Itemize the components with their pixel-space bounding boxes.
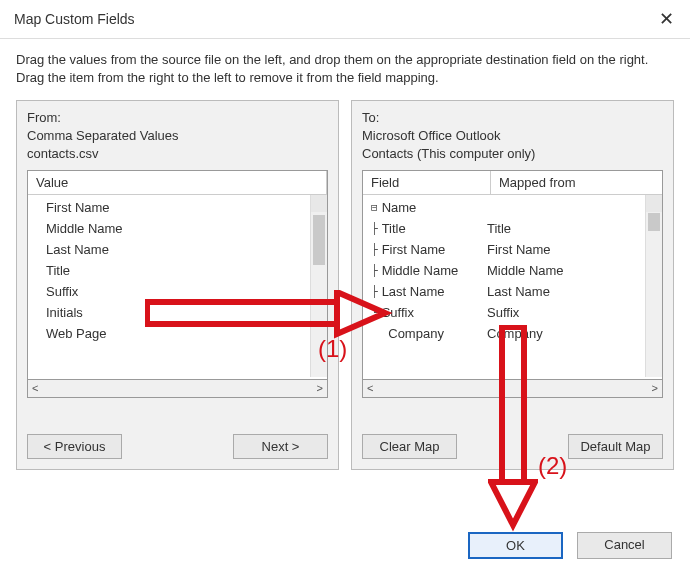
to-horizontal-scrollbar[interactable]: < >: [362, 380, 663, 398]
tree-branch-icon: [371, 327, 384, 340]
to-list[interactable]: Field Mapped from ⊟Name ├Title Title ├Fi…: [362, 170, 663, 380]
to-header: To: Microsoft Office Outlook Contacts (T…: [362, 109, 663, 164]
to-target-folder: Contacts (This computer only): [362, 145, 663, 163]
cancel-button[interactable]: Cancel: [577, 532, 672, 559]
clear-map-button[interactable]: Clear Map: [362, 434, 457, 459]
list-item[interactable]: Middle Name: [28, 218, 327, 239]
list-item[interactable]: First Name: [28, 197, 327, 218]
from-list-body[interactable]: First Name Middle Name Last Name Title S…: [28, 195, 327, 377]
tree-item[interactable]: ├Title Title: [363, 218, 662, 239]
tree-branch-icon: ├: [371, 264, 378, 277]
from-panel: From: Comma Separated Values contacts.cs…: [16, 100, 339, 470]
to-panel: To: Microsoft Office Outlook Contacts (T…: [351, 100, 674, 470]
window-title: Map Custom Fields: [14, 11, 135, 27]
tree-item[interactable]: └Suffix Suffix: [363, 302, 662, 323]
from-vertical-scrollbar[interactable]: [310, 195, 327, 377]
panels-container: From: Comma Separated Values contacts.cs…: [0, 96, 690, 470]
from-horizontal-scrollbar[interactable]: < >: [27, 380, 328, 398]
to-col-mapped[interactable]: Mapped from: [491, 171, 603, 194]
next-button[interactable]: Next >: [233, 434, 328, 459]
from-source-type: Comma Separated Values: [27, 127, 328, 145]
previous-button[interactable]: < Previous: [27, 434, 122, 459]
scroll-right-icon: >: [317, 382, 323, 394]
instructions-text: Drag the values from the source file on …: [0, 39, 690, 96]
svg-marker-3: [491, 482, 535, 525]
scroll-left-icon: <: [367, 382, 373, 394]
list-item[interactable]: Initials: [28, 302, 327, 323]
tree-branch-icon: └: [371, 306, 378, 319]
close-button[interactable]: ✕: [651, 6, 682, 32]
title-bar: Map Custom Fields ✕: [0, 0, 690, 39]
to-list-header: Field Mapped from: [363, 171, 662, 195]
from-label: From:: [27, 109, 328, 127]
dialog-footer: OK Cancel: [468, 532, 672, 559]
to-vertical-scrollbar[interactable]: [645, 195, 662, 377]
to-list-body[interactable]: ⊟Name ├Title Title ├First Name First Nam…: [363, 195, 662, 377]
collapse-icon[interactable]: ⊟: [371, 201, 378, 214]
to-target-app: Microsoft Office Outlook: [362, 127, 663, 145]
from-col-value[interactable]: Value: [28, 171, 327, 194]
from-list-header: Value: [28, 171, 327, 195]
ok-button[interactable]: OK: [468, 532, 563, 559]
tree-branch-icon: ├: [371, 285, 378, 298]
list-item[interactable]: Title: [28, 260, 327, 281]
list-item[interactable]: Suffix: [28, 281, 327, 302]
scroll-left-icon: <: [32, 382, 38, 394]
scroll-right-icon: >: [652, 382, 658, 394]
tree-item[interactable]: ├Middle Name Middle Name: [363, 260, 662, 281]
from-filename: contacts.csv: [27, 145, 328, 163]
default-map-button[interactable]: Default Map: [568, 434, 663, 459]
tree-item[interactable]: ├First Name First Name: [363, 239, 662, 260]
tree-branch-icon: ├: [371, 243, 378, 256]
tree-item[interactable]: Company Company: [363, 323, 662, 344]
to-label: To:: [362, 109, 663, 127]
tree-root[interactable]: ⊟Name: [363, 197, 662, 218]
from-list[interactable]: Value First Name Middle Name Last Name T…: [27, 170, 328, 380]
list-item[interactable]: Web Page: [28, 323, 327, 344]
tree-item[interactable]: ├Last Name Last Name: [363, 281, 662, 302]
from-header: From: Comma Separated Values contacts.cs…: [27, 109, 328, 164]
to-col-field[interactable]: Field: [363, 171, 491, 194]
tree-branch-icon: ├: [371, 222, 378, 235]
list-item[interactable]: Last Name: [28, 239, 327, 260]
